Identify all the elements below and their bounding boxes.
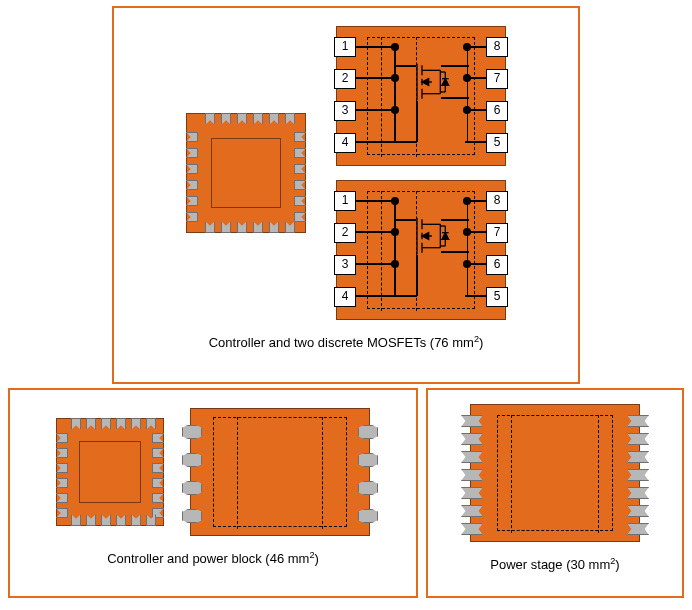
svg-marker-7 [422,79,429,86]
panel-power-stage: Power stage (30 mm2) [426,388,684,598]
power-block-package-icon [190,408,370,536]
mosfet-package-2: 1 2 3 4 8 7 6 5 [336,180,506,320]
qfn-controller-icon [186,113,306,233]
panel-power-block: Controller and power block (46 mm2) [8,388,418,598]
pin-label: 5 [486,133,508,153]
power-stage-package-icon [470,404,640,542]
svg-marker-22 [442,233,449,240]
svg-marker-9 [442,79,449,86]
pin-label: 1 [334,37,356,57]
qfn-controller-icon [56,418,164,526]
svg-marker-20 [422,233,429,240]
pin-label: 6 [486,101,508,121]
pin-label: 7 [486,69,508,89]
panel-caption: Controller and two discrete MOSFETs (76 … [209,334,484,350]
pin-label: 3 [334,101,356,121]
pin-label: 2 [334,69,356,89]
pin-label: 4 [334,133,356,153]
qfn-die [211,138,281,208]
panel-discrete: 1 2 3 4 8 7 6 5 [112,6,580,384]
mosfet-package-1: 1 2 3 4 8 7 6 5 [336,26,506,166]
panel-caption: Power stage (30 mm2) [490,556,619,572]
panel-caption: Controller and power block (46 mm2) [107,550,319,566]
pin-label: 8 [486,37,508,57]
